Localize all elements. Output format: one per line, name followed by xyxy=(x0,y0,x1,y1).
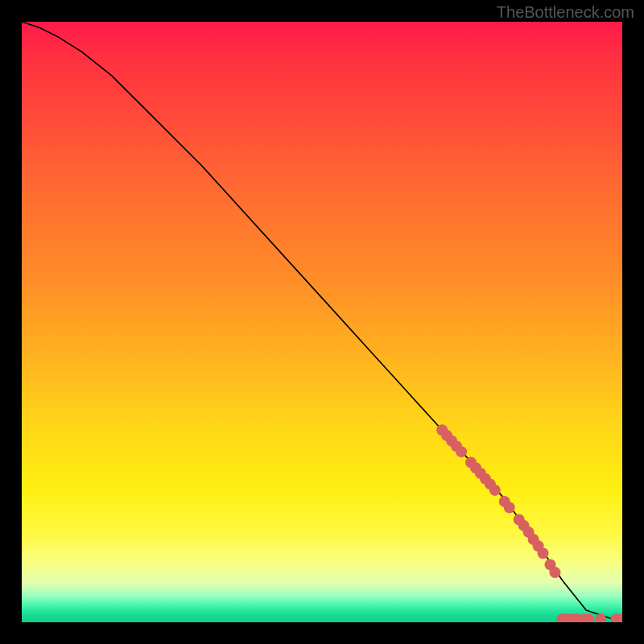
plot-area xyxy=(22,22,622,622)
marker-point xyxy=(538,547,549,559)
watermark-text: TheBottleneck.com xyxy=(497,3,634,22)
marker-point xyxy=(549,567,560,578)
marker-point xyxy=(489,485,501,496)
chart-svg xyxy=(22,22,622,622)
marker-point xyxy=(504,502,515,514)
highlight-markers xyxy=(436,424,622,622)
marker-point xyxy=(595,613,606,622)
marker-point xyxy=(456,446,467,457)
